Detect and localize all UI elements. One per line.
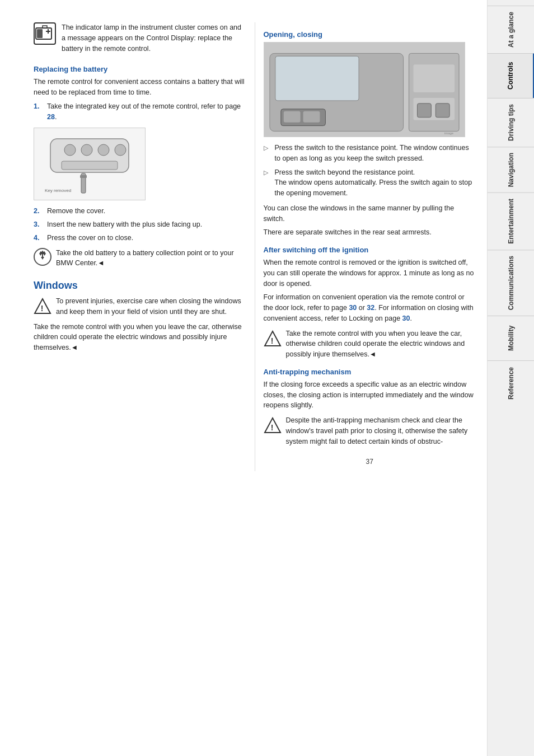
svg-text:!: ! — [270, 423, 273, 432]
svg-rect-11 — [80, 175, 87, 178]
indicator-text: The indicator lamp in the instrument clu… — [62, 22, 246, 54]
warning-triangle-icon-3: ! — [264, 416, 282, 434]
left-column: The indicator lamp in the instrument clu… — [34, 22, 255, 471]
window-interior-svg: image — [264, 42, 465, 137]
remote-key-svg: Key removed — [39, 133, 140, 195]
svg-rect-1 — [37, 29, 43, 38]
indicator-row: The indicator lamp in the instrument clu… — [34, 22, 246, 57]
windows-section: Windows ! To prevent injuries, exercise … — [34, 280, 246, 353]
svg-rect-22 — [413, 64, 455, 92]
main-content: The indicator lamp in the instrument clu… — [0, 0, 487, 756]
battery-step-4: 4. Press the cover on to close. — [34, 233, 246, 243]
battery-steps-list: 1. Take the integrated key out of the re… — [34, 101, 246, 123]
bullet-arrow-2: ▷ — [264, 168, 273, 177]
sidebar-tab-reference[interactable]: Reference — [488, 360, 535, 405]
svg-rect-9 — [62, 161, 118, 170]
warning-triangle-icon-2: ! — [264, 330, 282, 348]
after-switching-warning-text: Take the remote control with you when yo… — [286, 328, 476, 360]
svg-point-8 — [115, 144, 126, 156]
sidebar: At a glance Controls Driving tips Naviga… — [487, 0, 534, 756]
page-num-text: 37 — [366, 458, 373, 466]
replacing-battery-section: Replacing the battery The remote control… — [34, 65, 246, 269]
opening-closing-section: Opening, closing — [264, 30, 476, 238]
svg-rect-24 — [417, 104, 431, 118]
opening-closing-heading: Opening, closing — [264, 30, 476, 39]
step-text-3: Insert the new battery with the plus sid… — [47, 219, 202, 230]
replacing-battery-intro: The remote control for convenient access… — [34, 77, 246, 98]
sidebar-tab-driving-tips[interactable]: Driving tips — [488, 98, 535, 147]
windows-heading: Windows — [34, 280, 246, 292]
windows-body-1: Take the remote control with you when yo… — [34, 322, 246, 353]
svg-text:!: ! — [41, 304, 44, 313]
after-switching-heading: After switching off the ignition — [264, 246, 476, 254]
sidebar-tab-entertainment[interactable]: Entertainment — [488, 192, 535, 250]
svg-text:image: image — [444, 132, 453, 135]
bullet-arrow-1: ▷ — [264, 143, 273, 153]
anti-trapping-heading: Anti-trapping mechanism — [264, 368, 476, 376]
anti-trapping-body-1: If the closing force exceeds a specific … — [264, 379, 476, 411]
key-battery-icon — [34, 22, 56, 45]
svg-rect-25 — [435, 104, 449, 118]
after-switching-warning: ! Take the remote control with you when … — [264, 328, 476, 360]
step-text-1: Take the integrated key out of the remot… — [47, 101, 246, 123]
anti-trapping-warning: ! Despite the anti-trapping mechanism ch… — [264, 415, 476, 447]
after-switching-body-1: When the remote control is removed or th… — [264, 257, 476, 289]
svg-point-7 — [98, 144, 109, 156]
battery-step-2: 2. Remove the cover. — [34, 206, 246, 217]
step-text-2: Remove the cover. — [47, 206, 105, 217]
recycle-icon — [34, 248, 51, 266]
windows-warning-1: ! To prevent injuries, exercise care whe… — [34, 296, 246, 317]
svg-rect-20 — [303, 111, 320, 123]
anti-trapping-section: Anti-trapping mechanism If the closing f… — [264, 368, 476, 447]
sidebar-tab-communications[interactable]: Communications — [488, 250, 535, 316]
battery-step-1: 1. Take the integrated key out of the re… — [34, 101, 246, 123]
opening-body-1: You can close the windows in the same ma… — [264, 203, 476, 224]
recycle-text: Take the old battery to a battery collec… — [56, 248, 246, 269]
remote-key-image: Key removed — [34, 128, 146, 200]
bullet-text-2a: Press the switch beyond the resistance p… — [275, 168, 415, 176]
sidebar-tab-at-a-glance[interactable]: At a glance — [488, 6, 535, 53]
opening-body-2: There are separate switches in the rear … — [264, 227, 476, 238]
svg-text:!: ! — [270, 336, 273, 345]
page-number: 37 — [264, 458, 476, 466]
after-switching-body-2: For information on convenient operation … — [264, 292, 476, 323]
right-column: Opening, closing — [255, 22, 476, 471]
bullet-2: ▷ Press the switch beyond the resistance… — [264, 167, 476, 199]
battery-steps-list-2: 2. Remove the cover. 3. Insert the new b… — [34, 206, 246, 243]
replacing-battery-heading: Replacing the battery — [34, 65, 246, 73]
warning-triangle-icon-1: ! — [34, 297, 51, 315]
step-num-1: 1. — [34, 101, 45, 112]
sidebar-tab-controls[interactable]: Controls — [488, 53, 535, 98]
opening-bullets: ▷ Press the switch to the resistance poi… — [264, 143, 476, 199]
content-wrapper: The indicator lamp in the instrument clu… — [34, 22, 476, 471]
svg-point-5 — [64, 144, 76, 156]
svg-point-6 — [81, 144, 92, 156]
svg-rect-19 — [283, 111, 300, 123]
step-text-4: Press the cover on to close. — [47, 233, 133, 243]
bullet-text-2b: The window opens automatically. Press th… — [275, 179, 472, 197]
svg-rect-17 — [275, 56, 358, 101]
windows-warning-text-1: To prevent injuries, exercise care when … — [56, 296, 246, 317]
sidebar-tab-mobility[interactable]: Mobility — [488, 316, 535, 360]
recycle-note: Take the old battery to a battery collec… — [34, 248, 246, 269]
bullet-text-2: Press the switch beyond the resistance p… — [275, 167, 476, 199]
anti-trapping-warning-text: Despite the anti-trapping mechanism chec… — [286, 415, 476, 447]
battery-step-3: 3. Insert the new battery with the plus … — [34, 219, 246, 230]
sidebar-tab-navigation[interactable]: Navigation — [488, 147, 535, 192]
after-switching-section: After switching off the ignition When th… — [264, 246, 476, 360]
svg-text:Key removed: Key removed — [45, 188, 71, 193]
window-photo: image — [264, 42, 465, 137]
bullet-text-1: Press the switch to the resistance point… — [275, 143, 476, 164]
bullet-1: ▷ Press the switch to the resistance poi… — [264, 143, 476, 164]
